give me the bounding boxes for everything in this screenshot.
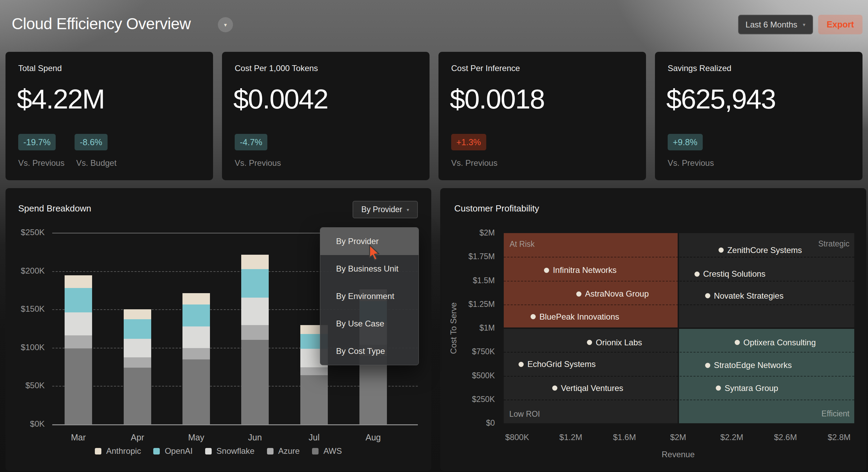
legend-label: Azure — [278, 446, 300, 456]
chevron-down-icon: ▾ — [803, 22, 805, 28]
bar-segment-azure — [124, 357, 151, 368]
bar-segment-azure — [182, 348, 210, 359]
kpi-sublabel: Vs. Budget — [76, 158, 116, 168]
gridline — [52, 424, 418, 425]
y-axis-tick-label: $0K — [5, 419, 45, 429]
page-title: Cloud Efficiency Overview — [12, 14, 191, 33]
gridline — [504, 257, 854, 257]
x-axis-tick-label: $1.6M — [613, 433, 636, 442]
bar-segment-azure — [65, 335, 92, 348]
spend-breakdown-legend: AnthropicOpenAISnowflakeAzureAWS — [5, 446, 431, 456]
y-axis-tick-label: $2M — [440, 228, 495, 238]
scatter-point-label: Orionix Labs — [596, 338, 642, 347]
bar-segment-anthropic — [241, 255, 269, 269]
bar-segment-openai — [65, 288, 92, 312]
kpi-label: Cost Per 1,000 Tokens — [235, 64, 318, 73]
legend-swatch — [205, 448, 212, 454]
scatter-point-label: Infinitra Networks — [553, 265, 616, 275]
gridline — [504, 400, 854, 400]
bar-segment-aws — [241, 340, 269, 424]
spend-breakdown-panel: Spend Breakdown By Provider ▾ $250K$200K… — [5, 188, 431, 471]
scatter-point-label: Vertiqal Ventures — [561, 383, 623, 393]
legend-label: OpenAI — [165, 446, 192, 456]
bar-segment-anthropic — [124, 309, 151, 319]
kpi-badge-row: +9.8% — [668, 134, 703, 150]
scatter-point — [576, 291, 581, 297]
bar-segment-snowflake — [182, 326, 210, 348]
scatter-point-label: ZenithCore Systems — [727, 245, 802, 255]
bar-segment-openai — [124, 319, 151, 339]
bar-segment-aws — [359, 356, 387, 424]
scatter-point — [694, 272, 700, 277]
kpi-value: $4.22M — [17, 85, 104, 113]
legend-label: Anthropic — [106, 446, 141, 456]
bar-segment-aws — [182, 359, 210, 424]
bar-segment-azure — [241, 325, 269, 340]
kpi-badge-row: -4.7% — [235, 134, 267, 150]
quadrant-label-at-risk: At Risk — [510, 240, 535, 249]
scatter-point — [735, 340, 740, 345]
scatter-point-label: Optixera Consulting — [743, 338, 816, 347]
x-axis-tick-label: Aug — [366, 433, 381, 442]
legend-label: AWS — [323, 446, 342, 456]
kpi-sublabel-row: Vs. Previous — [451, 158, 498, 168]
x-axis-tick-label: $2.8M — [828, 433, 851, 442]
legend-item: Snowflake — [205, 446, 255, 456]
y-axis-tick-label: $250K — [440, 395, 495, 404]
y-axis-title: Cost To Serve — [449, 302, 458, 354]
kpi-sublabel-row: Vs. Previous — [235, 158, 281, 168]
legend-item: Anthropic — [95, 446, 141, 456]
x-axis-title: Revenue — [661, 450, 694, 459]
scatter-point-label: BluePeak Innovations — [539, 312, 619, 322]
page-header: Cloud Efficiency Overview ▾ Last 6 Month… — [0, 0, 868, 51]
scatter-point-label: Novatek Strategies — [714, 291, 783, 301]
quadrant-label-efficient: Efficient — [822, 409, 849, 418]
title-menu-button[interactable]: ▾ — [218, 17, 233, 32]
y-axis-tick-label: $200K — [5, 266, 45, 276]
chevron-down-icon: ▾ — [224, 22, 227, 28]
bar-segment-aws — [124, 368, 151, 424]
legend-swatch — [312, 448, 319, 454]
x-axis-tick-label: May — [188, 433, 204, 442]
export-button[interactable]: Export — [818, 15, 863, 34]
x-axis-tick-label: Jun — [248, 433, 262, 442]
kpi-card-cost-per-1000-tokens: Cost Per 1,000 Tokens $0.0042 -4.7% Vs. … — [222, 52, 430, 180]
legend-item: Azure — [267, 446, 300, 456]
kpi-delta-badge: +1.3% — [451, 134, 486, 150]
y-axis-tick-label: $50K — [5, 381, 45, 390]
menu-item-by-use-case[interactable]: By Use Case — [320, 310, 419, 337]
kpi-label: Total Spend — [18, 64, 62, 73]
kpi-delta-badge: -8.6% — [75, 134, 107, 150]
kpi-value: $0.0042 — [233, 85, 328, 113]
kpi-row: Total Spend $4.22M -19.7% -8.6% Vs. Prev… — [5, 52, 863, 180]
x-axis-tick-label: $800K — [505, 433, 529, 442]
kpi-value: $0.0018 — [450, 85, 544, 113]
kpi-sublabel: Vs. Previous — [668, 158, 714, 168]
kpi-sublabel-row: Vs. Previous — [668, 158, 714, 168]
menu-item-by-environment[interactable]: By Environment — [320, 283, 419, 310]
kpi-delta-badge: -4.7% — [235, 134, 267, 150]
kpi-sublabel: Vs. Previous — [451, 158, 498, 168]
kpi-badge-row: +1.3% — [451, 134, 486, 150]
kpi-card-cost-per-inference: Cost Per Inference $0.0018 +1.3% Vs. Pre… — [438, 52, 646, 180]
y-axis-tick-label: $0 — [440, 418, 495, 428]
kpi-delta-badge: +9.8% — [668, 134, 703, 150]
menu-item-by-cost-type[interactable]: By Cost Type — [320, 337, 419, 365]
scatter-point — [552, 385, 557, 391]
gridline — [504, 281, 854, 281]
scatter-point — [544, 268, 549, 273]
gridline — [504, 304, 854, 305]
legend-swatch — [153, 448, 160, 454]
kpi-label: Savings Realized — [668, 64, 731, 73]
kpi-sublabel-row: Vs. Previous Vs. Budget — [18, 158, 116, 168]
dashboard-root: Cloud Efficiency Overview ▾ Last 6 Month… — [0, 0, 868, 472]
x-axis-tick-label: $1.2M — [559, 433, 582, 442]
bar-segment-snowflake — [241, 298, 269, 325]
quadrant-label-strategic: Strategic — [818, 239, 849, 249]
x-axis-tick-label: Mar — [71, 433, 86, 442]
legend-swatch — [267, 448, 274, 454]
time-range-select[interactable]: Last 6 Months ▾ — [738, 15, 813, 34]
x-axis-tick-label: Jul — [309, 433, 320, 442]
scatter-point-label: Crestiq Solutions — [703, 269, 765, 279]
kpi-delta-badge: -19.7% — [18, 134, 56, 150]
